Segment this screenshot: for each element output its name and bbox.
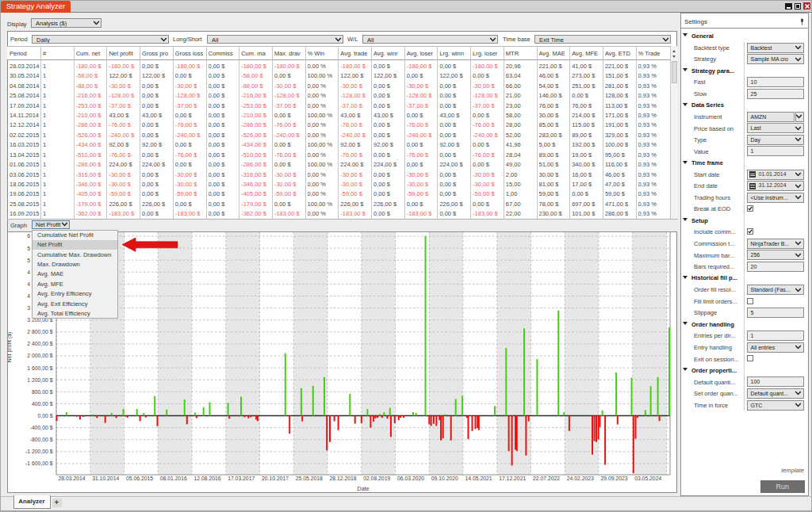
svg-text:05.06.2015: 05.06.2015 xyxy=(126,476,153,481)
svg-text:20.10.2017: 20.10.2017 xyxy=(262,476,289,481)
svg-text:1 200,00 $: 1 200,00 $ xyxy=(27,377,52,383)
svg-text:-800,00 $: -800,00 $ xyxy=(30,437,53,442)
svg-text:17.03.2017: 17.03.2017 xyxy=(228,476,255,481)
svg-text:06.03.2020: 06.03.2020 xyxy=(397,476,424,481)
svg-text:08.01.2016: 08.01.2016 xyxy=(160,476,187,481)
svg-text:-1 200,00 $: -1 200,00 $ xyxy=(25,449,53,454)
svg-text:400,00 $: 400,00 $ xyxy=(32,401,53,407)
svg-text:0,00 $: 0,00 $ xyxy=(38,413,53,418)
svg-text:800,00 $: 800,00 $ xyxy=(32,389,53,395)
svg-text:03.05.2024: 03.05.2024 xyxy=(634,476,661,481)
svg-text:2 400,00 $: 2 400,00 $ xyxy=(27,341,52,346)
svg-text:-400,00 $: -400,00 $ xyxy=(30,425,53,430)
svg-text:31.10.2014: 31.10.2014 xyxy=(92,476,119,481)
svg-text:-1 600,00 $: -1 600,00 $ xyxy=(25,460,53,466)
svg-text:1 600,00 $: 1 600,00 $ xyxy=(27,365,52,371)
svg-text:Date: Date xyxy=(358,486,370,491)
svg-text:02.08.2019: 02.08.2019 xyxy=(363,476,390,481)
svg-text:25.05.2018: 25.05.2018 xyxy=(296,476,323,481)
svg-text:Net profit ($): Net profit ($) xyxy=(8,332,13,363)
svg-text:29.09.2023: 29.09.2023 xyxy=(600,476,627,481)
svg-text:28.12.2018: 28.12.2018 xyxy=(329,476,356,481)
svg-text:28.03.2014: 28.03.2014 xyxy=(58,476,85,481)
svg-text:09.10.2020: 09.10.2020 xyxy=(431,476,458,481)
svg-text:2 000,00 $: 2 000,00 $ xyxy=(27,353,52,358)
svg-text:17.12.2021: 17.12.2021 xyxy=(499,476,526,481)
svg-text:14.05.2021: 14.05.2021 xyxy=(465,476,492,481)
svg-text:22.07.2022: 22.07.2022 xyxy=(533,476,560,481)
svg-text:2 800,00 $: 2 800,00 $ xyxy=(27,329,52,334)
svg-text:12.08.2016: 12.08.2016 xyxy=(193,476,220,481)
svg-text:24.02.2023: 24.02.2023 xyxy=(567,476,594,481)
